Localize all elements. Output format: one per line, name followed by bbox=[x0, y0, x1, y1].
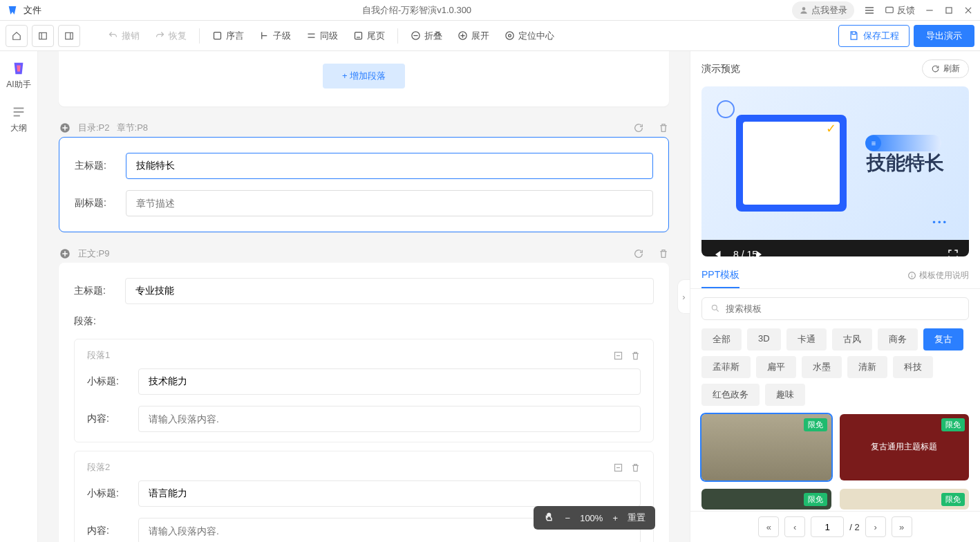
prev-slide-icon[interactable] bbox=[711, 248, 724, 256]
center-icon bbox=[505, 30, 515, 41]
tag-红色政务[interactable]: 红色政务 bbox=[701, 384, 760, 406]
sibling-icon bbox=[306, 30, 317, 41]
content-label: 内容: bbox=[87, 525, 129, 537]
collapse-icon[interactable] bbox=[613, 351, 623, 361]
collapse-icon bbox=[411, 30, 421, 41]
chapter-card[interactable]: 主标题: 副标题: bbox=[59, 137, 669, 232]
sub-title-input[interactable] bbox=[126, 190, 653, 216]
feedback-button[interactable]: 反馈 bbox=[885, 4, 915, 17]
add-node-icon[interactable] bbox=[59, 247, 71, 260]
tag-全部[interactable]: 全部 bbox=[701, 328, 742, 351]
chapter-ref: 章节:P8 bbox=[117, 122, 149, 134]
zoom-out[interactable]: − bbox=[565, 513, 571, 523]
login-label: 点我登录 bbox=[811, 4, 847, 17]
fullscreen-icon[interactable] bbox=[947, 248, 959, 256]
refresh-label: 刷新 bbox=[943, 63, 960, 75]
minimize-icon[interactable] bbox=[925, 6, 934, 15]
svg-rect-4 bbox=[66, 32, 73, 39]
tag-3D[interactable]: 3D bbox=[747, 328, 781, 351]
tab-ppt-template[interactable]: PPT模板 bbox=[701, 263, 739, 288]
tag-孟菲斯[interactable]: 孟菲斯 bbox=[701, 356, 751, 378]
redo-button[interactable]: 恢复 bbox=[149, 26, 192, 46]
svg-rect-6 bbox=[355, 32, 362, 39]
panel-left-button[interactable] bbox=[32, 25, 54, 47]
template-card[interactable]: 限免 bbox=[840, 489, 970, 510]
panel-left-icon bbox=[38, 30, 48, 41]
home-icon bbox=[12, 30, 21, 41]
catalog-ref: 目录:P2 bbox=[78, 122, 110, 134]
refresh-icon[interactable] bbox=[633, 248, 644, 259]
save-button[interactable]: 保存工程 bbox=[838, 25, 910, 47]
pager-next[interactable]: › bbox=[865, 516, 886, 537]
template-help[interactable]: 模板使用说明 bbox=[907, 270, 969, 281]
home-button[interactable] bbox=[6, 25, 28, 47]
refresh-icon[interactable] bbox=[633, 122, 644, 133]
menu-icon[interactable] bbox=[864, 5, 875, 16]
main-title-input[interactable] bbox=[126, 153, 653, 179]
maximize-icon[interactable] bbox=[944, 6, 954, 15]
ai-icon bbox=[11, 61, 26, 76]
refresh-icon bbox=[931, 64, 940, 73]
epilogue-button[interactable]: 尾页 bbox=[348, 26, 390, 46]
delete-icon[interactable] bbox=[658, 122, 669, 133]
template-card[interactable]: 复古通用主题标题限免 bbox=[840, 414, 970, 480]
tag-水墨[interactable]: 水墨 bbox=[802, 356, 842, 378]
add-paragraph-button[interactable]: + 增加段落 bbox=[323, 64, 405, 88]
refresh-button[interactable]: 刷新 bbox=[922, 59, 969, 78]
tag-商务[interactable]: 商务 bbox=[878, 328, 918, 351]
small-title-input[interactable] bbox=[138, 480, 641, 507]
export-button[interactable]: 导出演示 bbox=[914, 25, 974, 47]
pager-first[interactable]: « bbox=[758, 516, 779, 537]
expand-button[interactable]: 展开 bbox=[452, 26, 495, 46]
tag-复古[interactable]: 复古 bbox=[923, 328, 963, 351]
child-button[interactable]: 子级 bbox=[254, 26, 296, 46]
svg-point-10 bbox=[506, 32, 513, 39]
delete-icon[interactable] bbox=[658, 248, 669, 259]
next-slide-icon[interactable] bbox=[753, 248, 766, 256]
pager-last[interactable]: » bbox=[892, 516, 912, 537]
add-node-icon[interactable] bbox=[59, 122, 71, 134]
login-button[interactable]: 点我登录 bbox=[792, 1, 854, 19]
template-card[interactable]: 限免 bbox=[701, 414, 831, 480]
close-icon[interactable] bbox=[963, 6, 973, 15]
tag-清新[interactable]: 清新 bbox=[847, 356, 887, 378]
preface-icon bbox=[212, 30, 223, 41]
tag-古风[interactable]: 古风 bbox=[832, 328, 872, 351]
tag-趣味[interactable]: 趣味 bbox=[765, 384, 805, 406]
tag-卡通[interactable]: 卡通 bbox=[786, 328, 827, 351]
preface-button[interactable]: 序言 bbox=[207, 26, 249, 46]
free-badge: 限免 bbox=[804, 418, 827, 431]
feedback-icon bbox=[885, 6, 894, 15]
center-button[interactable]: 定位中心 bbox=[499, 26, 560, 46]
file-menu[interactable]: 文件 bbox=[23, 4, 41, 17]
pager-prev[interactable]: ‹ bbox=[784, 516, 805, 537]
collapse-button[interactable]: 折叠 bbox=[405, 26, 448, 46]
undo-button[interactable]: 撤销 bbox=[102, 26, 145, 46]
template-card[interactable]: 限免 bbox=[701, 489, 831, 510]
template-search[interactable] bbox=[701, 297, 969, 320]
pager-input[interactable] bbox=[811, 516, 844, 537]
small-title-input[interactable] bbox=[138, 368, 641, 395]
panel-right-button[interactable] bbox=[58, 25, 80, 47]
sidebar-outline-label: 大纲 bbox=[10, 122, 27, 134]
preface-label: 序言 bbox=[226, 30, 244, 42]
sibling-button[interactable]: 同级 bbox=[301, 26, 343, 46]
redo-label: 恢复 bbox=[169, 30, 187, 42]
tag-扁平[interactable]: 扁平 bbox=[756, 356, 796, 378]
delete-icon[interactable] bbox=[630, 462, 641, 473]
collapse-icon[interactable] bbox=[613, 462, 623, 473]
main-title-label: 主标题: bbox=[74, 285, 115, 297]
sibling-label: 同级 bbox=[320, 30, 338, 42]
content-input[interactable] bbox=[138, 406, 641, 432]
zoom-reset[interactable]: 重置 bbox=[628, 512, 646, 524]
body-title-input[interactable] bbox=[125, 278, 654, 304]
sidebar-ai[interactable]: AI助手 bbox=[6, 61, 30, 91]
search-input[interactable] bbox=[726, 303, 960, 314]
pan-icon[interactable] bbox=[543, 512, 556, 524]
tag-科技[interactable]: 科技 bbox=[893, 356, 933, 378]
delete-icon[interactable] bbox=[630, 351, 641, 361]
sidebar-outline[interactable]: 大纲 bbox=[10, 104, 27, 134]
zoom-in[interactable]: + bbox=[612, 513, 618, 523]
expand-handle[interactable]: › bbox=[677, 279, 690, 314]
small-title-label: 小标题: bbox=[87, 487, 129, 500]
